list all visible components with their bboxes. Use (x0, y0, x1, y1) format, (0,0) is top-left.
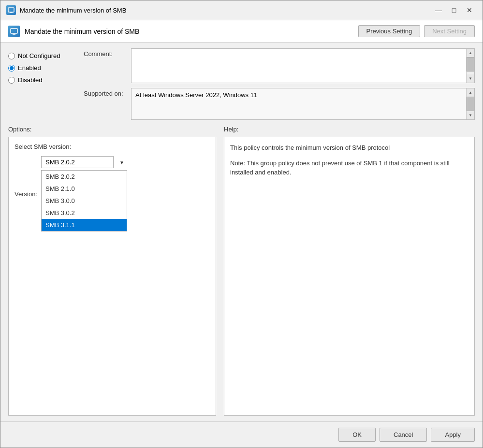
footer: OK Cancel Apply (0, 421, 483, 448)
options-title: Select SMB version: (15, 143, 210, 150)
close-button[interactable]: ✕ (462, 4, 477, 16)
next-setting-button[interactable]: Next Setting (424, 25, 475, 37)
svg-rect-0 (8, 8, 14, 12)
version-row: Version: SMB 2.0.2 SMB 2.1.0 SMB 3.0.0 S… (15, 156, 210, 231)
dropdown-item-smb210[interactable]: SMB 2.1.0 (42, 183, 127, 195)
dialog-header: Mandate the minimum version of SMB Previ… (0, 20, 483, 43)
comment-field-group: Comment: ▲ ▼ (84, 48, 475, 83)
main-window: Mandate the minimum version of SMB — □ ✕… (0, 0, 483, 448)
maximize-button[interactable]: □ (447, 4, 461, 16)
dropdown-arrow-icon: ▼ (119, 159, 124, 165)
supported-on-value: At least Windows Server 2022, Windows 11 (132, 88, 466, 119)
help-panel: This policy controls the minimum version… (224, 137, 475, 416)
enabled-label: Enabled (18, 64, 41, 72)
panels-area: Select SMB version: Version: SMB 2.0.2 S… (8, 137, 475, 416)
top-section: Not Configured Enabled Disabled Comment: (8, 48, 475, 120)
version-select[interactable]: SMB 2.0.2 SMB 2.1.0 SMB 3.0.0 SMB 3.0.2 … (41, 156, 114, 168)
section-headers: Options: Help: (8, 126, 475, 133)
dialog-title: Mandate the minimum version of SMB (25, 28, 358, 35)
version-dropdown-container: SMB 2.0.2 SMB 2.1.0 SMB 3.0.0 SMB 3.0.2 … (41, 156, 127, 231)
dropdown-item-smb300[interactable]: SMB 3.0.0 (42, 195, 127, 207)
supported-on-field-group: Supported on: At least Windows Server 20… (84, 88, 475, 120)
disabled-label: Disabled (18, 76, 43, 84)
comment-label: Comment: (84, 48, 127, 58)
supported-scroll-up[interactable]: ▲ (467, 88, 474, 97)
dropdown-item-smb202[interactable]: SMB 2.0.2 (42, 171, 127, 183)
options-panel: Select SMB version: Version: SMB 2.0.2 S… (8, 137, 216, 416)
help-para-1: This policy controls the minimum version… (230, 143, 468, 153)
supported-scroll-track (467, 97, 474, 111)
cancel-button[interactable]: Cancel (380, 428, 427, 442)
version-dropdown-wrapper: SMB 2.0.2 SMB 2.1.0 SMB 3.0.0 SMB 3.0.2 … (41, 156, 127, 168)
not-configured-radio[interactable] (8, 53, 15, 59)
content-area: Not Configured Enabled Disabled Comment: (0, 43, 483, 421)
supported-scroll-thumb (467, 97, 474, 111)
enabled-radio[interactable] (8, 65, 15, 72)
right-fields: Comment: ▲ ▼ Supported on: (84, 48, 475, 120)
apply-button[interactable]: Apply (431, 428, 475, 442)
comment-box-wrapper: ▲ ▼ (131, 48, 475, 83)
dropdown-list: SMB 2.0.2 SMB 2.1.0 SMB 3.0.0 SMB 3.0.2 … (41, 170, 127, 231)
help-header: Help: (224, 126, 475, 133)
dialog-icon (8, 26, 20, 37)
ok-button[interactable]: OK (338, 428, 376, 442)
app-icon (6, 5, 16, 15)
supported-on-label: Supported on: (84, 88, 127, 97)
minimize-button[interactable]: — (431, 4, 446, 16)
supported-on-box-wrapper: At least Windows Server 2022, Windows 11… (131, 88, 475, 120)
disabled-radio[interactable] (8, 77, 15, 84)
comment-scroll-thumb (467, 57, 474, 72)
comment-textarea[interactable] (132, 49, 466, 83)
radio-group: Not Configured Enabled Disabled (8, 48, 76, 120)
supported-scroll-down[interactable]: ▼ (467, 111, 474, 119)
dropdown-item-smb302[interactable]: SMB 3.0.2 (42, 207, 127, 219)
not-configured-label: Not Configured (18, 52, 60, 59)
comment-scroll-up[interactable]: ▲ (467, 49, 474, 57)
options-inner: Select SMB version: Version: SMB 2.0.2 S… (9, 137, 216, 415)
supported-scrollbar[interactable]: ▲ ▼ (466, 88, 474, 119)
svg-rect-3 (11, 29, 17, 33)
not-configured-option[interactable]: Not Configured (8, 52, 76, 59)
nav-buttons: Previous Setting Next Setting (358, 25, 475, 37)
dropdown-item-smb311[interactable]: SMB 3.1.1 (42, 219, 127, 231)
title-bar: Mandate the minimum version of SMB — □ ✕ (0, 0, 483, 20)
disabled-option[interactable]: Disabled (8, 76, 76, 84)
enabled-option[interactable]: Enabled (8, 64, 76, 72)
help-inner: This policy controls the minimum version… (224, 137, 474, 415)
comment-scroll-track (467, 57, 474, 74)
version-label: Version: (15, 190, 37, 198)
window-controls: — □ ✕ (431, 4, 477, 16)
help-para-2: Note: This group policy does not prevent… (230, 159, 468, 177)
comment-scroll-down[interactable]: ▼ (467, 74, 474, 83)
comment-scrollbar[interactable]: ▲ ▼ (466, 49, 474, 83)
window-title: Mandate the minimum version of SMB (20, 7, 431, 14)
options-header: Options: (8, 126, 216, 133)
previous-setting-button[interactable]: Previous Setting (358, 25, 421, 37)
